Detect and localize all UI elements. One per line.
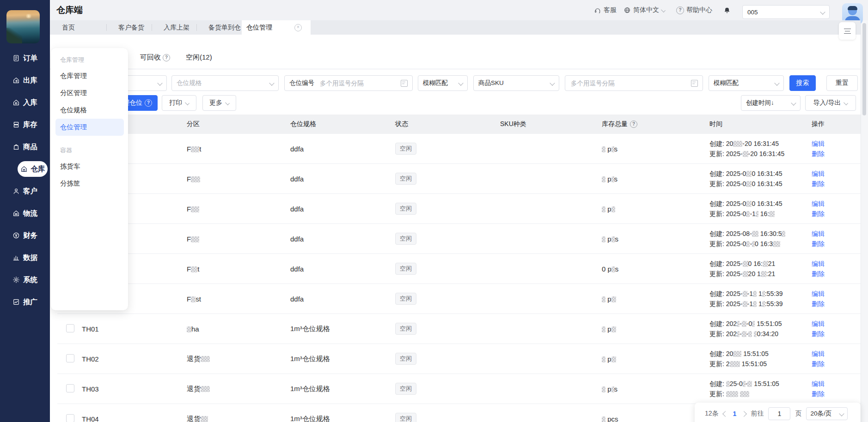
batch-input-icon[interactable] xyxy=(691,80,698,87)
language-switcher[interactable]: 简体中文 xyxy=(623,0,665,20)
warehouse-menu-panel: 仓库管理仓库管理分区管理仓位规格仓位管理容器拣货车分拣筐 xyxy=(51,48,128,310)
menu-item-拣货车[interactable]: 拣货车 xyxy=(51,158,128,175)
sidebar-item-入库[interactable]: 入库 xyxy=(0,91,50,114)
table-row: Fddfa空闲 p创建: 2025-00 16:31:45更新: 2025-0-… xyxy=(57,194,861,224)
time-cell: 创建: 2025-0 16:21更新: 2025-20 1:21 xyxy=(709,254,812,279)
table-row: TH01ha1m³仓位规格空闲 p创建: 202--0 15:51:05更新: … xyxy=(57,314,861,344)
op-link-编辑[interactable]: 编辑 xyxy=(812,229,861,239)
status-subtab-bar: 可回收?空闲(12) xyxy=(50,35,861,69)
tab-label: 入库上架 xyxy=(164,24,189,32)
op-link-编辑[interactable]: 编辑 xyxy=(812,169,861,179)
help-center-button[interactable]: ? 帮助中心 xyxy=(676,0,712,20)
menu-item-仓库管理[interactable]: 仓库管理 xyxy=(51,67,128,84)
redacted-text xyxy=(611,356,616,362)
stock-total-cell: ps xyxy=(602,385,709,393)
sidebar-item-出库[interactable]: 出库 xyxy=(0,69,50,91)
menu-item-仓位规格[interactable]: 仓位规格 xyxy=(51,102,128,119)
op-link-删除[interactable]: 删除 xyxy=(812,329,861,339)
op-link-编辑[interactable]: 编辑 xyxy=(812,379,861,389)
sidebar-item-客户[interactable]: 客户 xyxy=(0,180,50,202)
op-link-删除[interactable]: 删除 xyxy=(812,209,861,219)
op-link-编辑[interactable]: 编辑 xyxy=(812,289,861,299)
menu-item-分拣筐[interactable]: 分拣筐 xyxy=(51,175,128,192)
match-mode-select-2[interactable]: 模糊匹配 xyxy=(709,75,784,91)
tab-备货单到仓[interactable]: 备货单到仓 xyxy=(196,20,242,35)
tab-首页[interactable]: 首页 xyxy=(50,20,106,35)
tab-list-menu-button[interactable] xyxy=(839,22,856,40)
op-link-删除[interactable]: 删除 xyxy=(812,179,861,189)
sidebar-item-数据[interactable]: 数据 xyxy=(0,247,50,269)
customer-service-button[interactable]: 客服 xyxy=(594,0,617,20)
headset-icon xyxy=(594,6,601,14)
menu-item-仓位管理[interactable]: 仓位管理 xyxy=(55,119,124,136)
op-link-编辑[interactable]: 编辑 xyxy=(812,139,861,149)
op-link-编辑[interactable]: 编辑 xyxy=(812,259,861,269)
op-link-删除[interactable]: 删除 xyxy=(812,389,861,399)
redacted-text xyxy=(743,291,747,297)
inventory-icon xyxy=(12,121,20,128)
subtab-空闲(12)[interactable]: 空闲(12) xyxy=(186,53,212,62)
op-link-编辑[interactable]: 编辑 xyxy=(812,199,861,209)
code-filter-input[interactable] xyxy=(319,79,398,87)
subtab-可回收[interactable]: 可回收? xyxy=(140,53,170,62)
tab-客户备货[interactable]: 客户备货 xyxy=(106,20,152,35)
sidebar-item-系统[interactable]: 系统 xyxy=(0,269,50,291)
sort-order-select[interactable]: 创建时间↓ xyxy=(741,95,801,111)
op-link-删除[interactable]: 删除 xyxy=(812,239,861,249)
row-checkbox[interactable] xyxy=(66,384,74,392)
sidebar-item-库存[interactable]: 库存 xyxy=(0,114,50,136)
op-link-删除[interactable]: 删除 xyxy=(812,149,861,159)
tab-入库上架[interactable]: 入库上架 xyxy=(152,20,196,35)
match-mode-1-value: 模糊匹配 xyxy=(423,79,448,87)
logistics-icon xyxy=(12,210,20,217)
match-mode-select-1[interactable]: 模糊匹配 xyxy=(418,75,468,91)
tab-仓位管理[interactable]: 仓位管理× xyxy=(242,20,311,35)
next-page-button[interactable] xyxy=(741,411,747,417)
status-cell: 空闲 xyxy=(395,323,500,335)
batch-input-icon[interactable] xyxy=(401,80,408,87)
menu-item-分区管理[interactable]: 分区管理 xyxy=(51,84,128,102)
print-dropdown-button[interactable]: 打印 xyxy=(162,95,196,111)
search-button[interactable]: 搜索 xyxy=(789,75,816,91)
sidebar-item-label: 出库 xyxy=(23,76,37,85)
import-export-button[interactable]: 导入/导出 xyxy=(805,95,856,111)
prev-page-button[interactable] xyxy=(722,411,728,417)
op-link-编辑[interactable]: 编辑 xyxy=(812,349,861,359)
reset-button[interactable]: 重置 xyxy=(826,75,858,91)
goto-page-input[interactable]: 1 xyxy=(768,407,790,420)
page-size-select[interactable]: 20条/页 xyxy=(806,407,848,420)
sidebar-item-财务[interactable]: 财务 xyxy=(0,224,50,247)
op-link-删除[interactable]: 删除 xyxy=(812,269,861,279)
current-page[interactable]: 1 xyxy=(732,410,738,417)
sku-filter-input[interactable] xyxy=(570,79,688,87)
op-link-删除[interactable]: 删除 xyxy=(812,299,861,309)
sidebar-item-物流[interactable]: 物流 xyxy=(0,202,50,224)
chevron-down-icon xyxy=(820,9,825,14)
created-time: 创建: 2025-08- 16:30:5 xyxy=(709,229,812,239)
tab-divider xyxy=(152,24,152,31)
menu-group-label: 容器 xyxy=(51,143,128,158)
sidebar-item-label: 入库 xyxy=(23,98,37,108)
row-checkbox[interactable] xyxy=(66,324,74,332)
account-select[interactable]: 005 xyxy=(742,5,830,19)
sidebar-item-仓库[interactable]: 仓库 xyxy=(18,161,48,177)
row-checkbox[interactable] xyxy=(66,414,74,422)
op-link-编辑[interactable]: 编辑 xyxy=(812,319,861,329)
company-logo[interactable] xyxy=(6,10,40,43)
menu-group-gap xyxy=(51,136,128,143)
sidebar-item-订单[interactable]: 订单 xyxy=(0,47,50,69)
operations-cell: 编辑删除 xyxy=(812,284,861,309)
notification-bell-button[interactable] xyxy=(723,0,731,20)
spec-cell: ddfa xyxy=(290,205,395,213)
sidebar-item-推广[interactable]: 推广 xyxy=(0,291,50,313)
redacted-text xyxy=(743,301,747,307)
op-link-删除[interactable]: 删除 xyxy=(812,359,861,369)
more-dropdown-button[interactable]: 更多 xyxy=(202,95,236,111)
scrollbar-thumb[interactable] xyxy=(862,23,866,115)
sidebar-item-商品[interactable]: 商品 xyxy=(0,136,50,158)
close-tab-icon[interactable]: × xyxy=(294,24,302,31)
sort-order-value: 创建时间↓ xyxy=(746,99,774,107)
spec-filter-select[interactable]: 仓位规格 xyxy=(171,75,279,91)
row-checkbox[interactable] xyxy=(66,354,74,362)
sku-field-select[interactable]: 商品SKU xyxy=(473,75,559,91)
